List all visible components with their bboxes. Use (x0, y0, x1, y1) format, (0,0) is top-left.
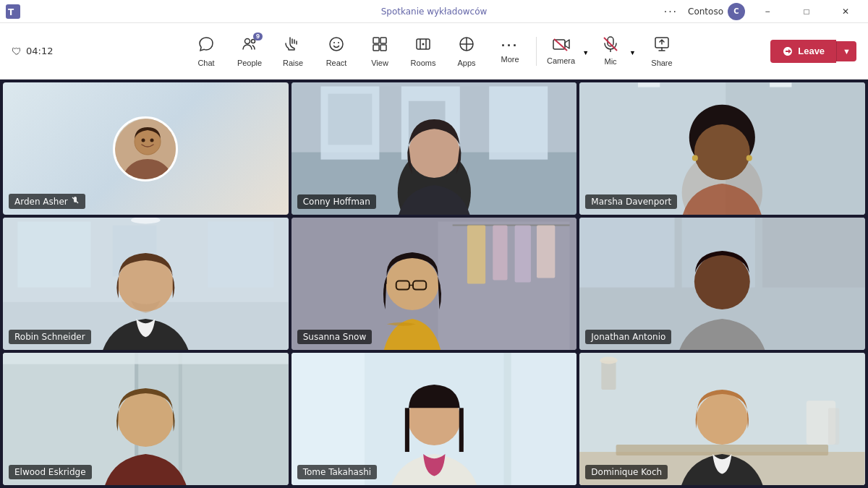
rooms-icon (414, 35, 432, 56)
leave-button-area: Leave ▼ (770, 40, 856, 63)
svg-rect-7 (373, 38, 379, 43)
participant-name: Tome Takahashi (303, 467, 371, 477)
video-tile[interactable]: Dominique Koch (579, 353, 865, 485)
svg-rect-33 (328, 94, 372, 145)
video-tile[interactable]: Arden Asher (3, 82, 289, 215)
svg-rect-60 (514, 226, 530, 283)
react-button[interactable]: React (316, 31, 357, 72)
participant-name: Marsha Davenport (591, 197, 671, 207)
raise-button[interactable]: Raise (273, 31, 313, 72)
rooms-label: Rooms (411, 59, 436, 67)
svg-point-5 (333, 42, 335, 43)
more-button[interactable]: ··· More (490, 35, 530, 68)
participant-label: Susanna Snow (297, 330, 373, 344)
svg-point-26 (150, 138, 154, 142)
svg-rect-68 (579, 218, 675, 288)
chevron-down-icon: ▼ (629, 49, 636, 56)
chat-button[interactable]: Chat (186, 31, 226, 72)
svg-point-4 (330, 38, 343, 51)
participant-label: Elwood Eskridge (9, 465, 92, 479)
svg-rect-10 (380, 45, 386, 51)
chat-label: Chat (197, 59, 214, 67)
participant-label: Conny Hoffman (297, 194, 376, 209)
meeting-toolbar: 🛡 04:12 Chat 9 People (0, 23, 868, 80)
titlebar-more-button[interactable]: ··· (660, 4, 682, 20)
view-button[interactable]: View (359, 31, 400, 72)
meeting-timer: 04:12 (26, 46, 53, 56)
video-tile[interactable]: Marsha Davenport (579, 82, 865, 215)
participant-name: Susanna Snow (303, 332, 367, 342)
mic-label: Mic (605, 57, 617, 66)
people-label: People (237, 59, 262, 67)
svg-rect-58 (467, 226, 485, 284)
apps-icon (458, 35, 475, 56)
participant-name: Dominique Koch (591, 467, 662, 477)
share-label: Share (651, 59, 672, 67)
more-label: More (501, 55, 519, 64)
svg-rect-85 (405, 408, 409, 452)
svg-point-25 (142, 138, 145, 142)
minimize-button[interactable]: − (751, 0, 784, 23)
participant-label: Arden Asher (9, 194, 85, 209)
avatar: C (728, 3, 745, 20)
contoso-area: Contoso C (688, 3, 745, 20)
apps-button[interactable]: Apps (446, 31, 487, 72)
leave-chevron[interactable]: ▼ (836, 41, 856, 61)
leave-button[interactable]: Leave (770, 40, 836, 63)
share-button[interactable]: Share (642, 31, 682, 72)
people-button[interactable]: 9 People (229, 31, 270, 72)
close-button[interactable]: ✕ (829, 0, 862, 23)
svg-rect-61 (537, 226, 555, 278)
video-grid: Arden Asher (0, 80, 868, 488)
svg-rect-83 (511, 353, 576, 485)
maximize-button[interactable]: □ (790, 0, 823, 23)
title-bar-right: ··· Contoso C − □ ✕ (660, 0, 862, 23)
svg-point-45 (694, 124, 750, 180)
mic-chevron[interactable]: ▼ (626, 42, 639, 61)
svg-point-71 (694, 254, 750, 309)
muted-icon (71, 196, 80, 207)
svg-text:T: T (8, 7, 14, 17)
avatar (113, 116, 178, 181)
svg-rect-8 (380, 38, 386, 43)
svg-point-2 (245, 38, 250, 43)
svg-point-95 (697, 393, 748, 445)
people-icon: 9 (241, 35, 258, 56)
participant-label: Jonathan Antonio (585, 330, 671, 344)
participant-name: Arden Asher (14, 197, 68, 207)
participant-label: Tome Takahashi (297, 465, 377, 479)
person-avatar-icon (115, 119, 178, 181)
svg-rect-32 (489, 86, 548, 159)
leave-label: Leave (798, 46, 825, 56)
view-label: View (371, 59, 388, 67)
video-tile[interactable]: Susanna Snow (292, 218, 577, 350)
svg-rect-76 (179, 353, 182, 485)
svg-rect-50 (17, 221, 90, 287)
title-bar-left: T (6, 4, 20, 19)
video-tile[interactable]: Jonathan Antonio (579, 218, 865, 350)
raise-label: Raise (283, 59, 303, 67)
rooms-button[interactable]: Rooms (403, 31, 443, 72)
shield-icon: 🛡 (12, 46, 22, 57)
svg-point-47 (746, 155, 752, 161)
title-bar: T Spotkanie wykładowców ··· Contoso C − … (0, 0, 868, 23)
chevron-down-icon: ▼ (582, 49, 589, 56)
camera-button[interactable]: Camera (542, 33, 579, 69)
participant-name: Conny Hoffman (303, 197, 370, 207)
mic-button[interactable]: Mic (595, 32, 626, 70)
svg-point-12 (422, 43, 425, 45)
svg-rect-59 (493, 226, 507, 281)
video-tile[interactable]: Tome Takahashi (292, 353, 577, 485)
svg-point-6 (338, 42, 339, 43)
svg-rect-9 (373, 45, 379, 51)
svg-point-78 (118, 391, 174, 447)
participant-name: Robin Schneider (14, 332, 85, 342)
participant-label: Marsha Davenport (585, 194, 677, 209)
video-tile[interactable]: Robin Schneider (3, 218, 289, 350)
raise-icon (284, 35, 302, 56)
video-tile[interactable]: Elwood Eskridge (3, 353, 289, 485)
video-tile[interactable]: Conny Hoffman (292, 82, 577, 215)
svg-rect-40 (638, 82, 660, 87)
camera-chevron[interactable]: ▼ (579, 42, 592, 61)
view-icon (371, 35, 388, 56)
